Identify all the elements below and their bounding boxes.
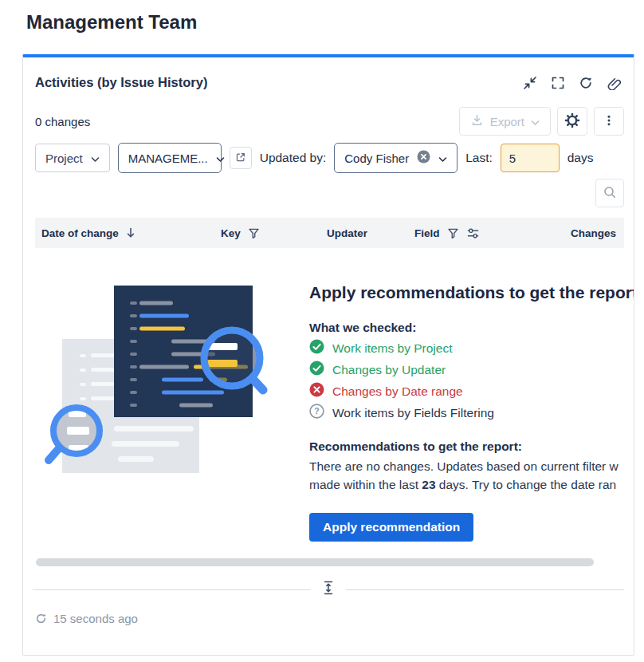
check-item-updater: Changes by Updater — [309, 361, 446, 379]
check-item-label: Work items by Project — [332, 341, 452, 356]
column-date-of-change[interactable]: Date of change — [41, 218, 135, 248]
check-item-fields-filtering: ? Work items by Fields Filtering — [309, 404, 494, 422]
link-icon — [607, 76, 621, 93]
download-icon — [470, 113, 484, 129]
column-changes[interactable]: Changes — [571, 218, 616, 248]
export-button[interactable]: Export — [459, 107, 551, 136]
refresh-icon — [579, 76, 593, 93]
refresh-button[interactable] — [579, 76, 593, 93]
message-suffix: days. Try to change the date ran — [436, 478, 617, 491]
vertical-resize-icon — [323, 581, 334, 598]
clear-icon[interactable] — [417, 150, 430, 166]
activities-panel: Activities (by Issue History) — [22, 54, 634, 656]
column-label: Date of change — [41, 227, 119, 239]
days-label: days — [567, 151, 594, 165]
updater-select[interactable]: Cody Fisher — [334, 143, 457, 173]
changes-count: 0 changes — [35, 115, 90, 128]
updated-by-label: Updated by: — [260, 151, 327, 165]
external-link-icon — [235, 152, 246, 165]
open-project-button[interactable] — [230, 147, 252, 169]
chevron-down-icon — [531, 115, 540, 128]
page: Management Team Activities (by Issue His… — [0, 0, 644, 662]
toolbar: Export — [459, 107, 624, 136]
copy-link-button[interactable] — [607, 76, 621, 93]
column-field[interactable]: Field — [414, 218, 480, 248]
chevron-down-icon — [216, 152, 225, 165]
column-label: Field — [414, 227, 440, 239]
kebab-menu-icon — [603, 113, 615, 130]
panel-footer: 15 seconds ago — [35, 612, 138, 625]
chevron-down-icon — [438, 152, 447, 165]
panel-resize-handle[interactable] — [311, 578, 346, 601]
collapse-icon — [523, 76, 537, 93]
column-key[interactable]: Key — [221, 218, 260, 248]
fullscreen-button[interactable] — [551, 76, 565, 93]
filter-icon[interactable] — [447, 227, 459, 239]
check-item-label: Changes by Updater — [332, 363, 446, 377]
page-title: Management Team — [26, 11, 197, 33]
check-circle-icon — [309, 361, 324, 379]
message-prefix: made within the last — [309, 478, 422, 491]
settings-button[interactable] — [557, 107, 587, 136]
filter-type-select[interactable]: Project — [35, 144, 110, 172]
apply-recommendation-button[interactable]: Apply recommendation — [309, 513, 473, 542]
last-label: Last: — [465, 151, 493, 165]
horizontal-scrollbar[interactable] — [36, 558, 594, 566]
export-label: Export — [490, 115, 524, 128]
x-circle-icon — [309, 382, 324, 400]
recommendations-title: Recommendations to get the report: — [309, 439, 522, 454]
filter-row: Project MANAGEME... Updated by: Cody Fis… — [35, 142, 594, 174]
question-circle-icon: ? — [309, 404, 324, 422]
search-button[interactable] — [595, 179, 624, 207]
chevron-down-icon — [91, 152, 100, 165]
project-value: MANAGEME... — [128, 152, 208, 165]
check-item-label: Changes by Date range — [332, 384, 463, 399]
svg-text:?: ? — [314, 406, 319, 416]
refresh-icon[interactable] — [35, 613, 47, 625]
table-header: Date of change Key Updater Field — [35, 218, 624, 248]
check-item-date-range: Changes by Date range — [309, 382, 463, 400]
column-settings-icon[interactable] — [466, 227, 480, 240]
more-actions-button[interactable] — [594, 107, 624, 136]
sort-descending-icon[interactable] — [126, 227, 135, 239]
check-circle-icon — [309, 339, 324, 357]
recommendation-message-line1: There are no changes. Updates based on c… — [309, 459, 618, 474]
check-item-project: Work items by Project — [309, 339, 452, 357]
filter-icon[interactable] — [248, 227, 260, 239]
column-updater[interactable]: Updater — [327, 218, 367, 248]
column-label: Changes — [571, 227, 616, 239]
window-controls — [523, 76, 621, 93]
empty-state-content: Apply recommendations to get the report … — [309, 279, 634, 554]
check-item-label: Work items by Fields Filtering — [332, 406, 494, 420]
empty-state-heading: Apply recommendations to get the report — [309, 283, 634, 302]
message-days: 23 — [422, 478, 435, 491]
column-label: Updater — [327, 227, 367, 239]
checked-title: What we checked: — [309, 321, 416, 335]
updater-value: Cody Fisher — [344, 152, 409, 165]
gear-icon — [564, 112, 580, 131]
fullscreen-icon — [551, 76, 565, 93]
last-refresh-time: 15 seconds ago — [53, 612, 138, 625]
panel-title: Activities (by Issue History) — [35, 75, 207, 90]
column-label: Key — [221, 227, 241, 239]
empty-state-illustration — [38, 279, 285, 487]
project-select[interactable]: MANAGEME... — [118, 143, 222, 173]
search-icon — [603, 185, 617, 202]
last-days-input[interactable] — [501, 144, 560, 172]
collapse-button[interactable] — [523, 76, 537, 93]
filter-type-value: Project — [45, 152, 83, 165]
recommendation-message-line2: made within the last 23 days. Try to cha… — [309, 478, 616, 492]
